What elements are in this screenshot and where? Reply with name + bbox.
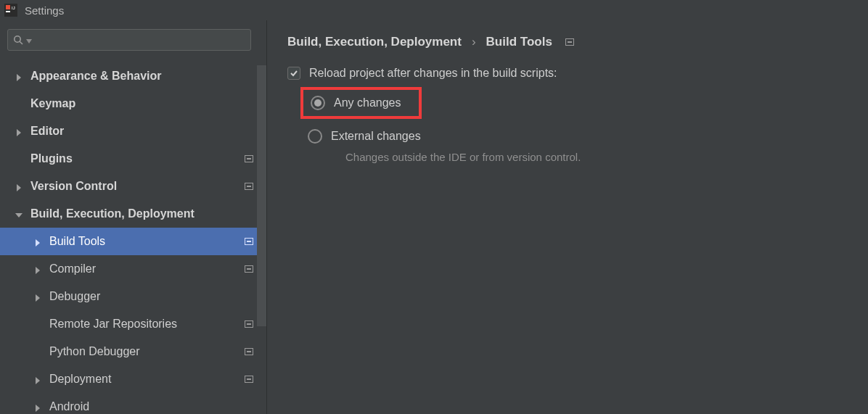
sidebar-item-debugger[interactable]: Debugger (0, 283, 266, 310)
chevron-right-icon (15, 182, 23, 191)
breadcrumb-part: Build, Execution, Deployment (287, 35, 462, 49)
sidebar-item-label: Compiler (49, 262, 245, 276)
title-bar: IJ Settings (0, 0, 868, 20)
radio-external-changes[interactable] (308, 129, 322, 144)
svg-marker-7 (17, 74, 21, 81)
sidebar-item-compiler[interactable]: Compiler (0, 255, 266, 283)
sidebar-item-version-control[interactable]: Version Control (0, 173, 266, 200)
sidebar-item-remote-jar-repositories[interactable]: Remote Jar Repositories (0, 310, 266, 338)
sidebar-item-android[interactable]: Android (0, 393, 266, 414)
sidebar-item-keymap[interactable]: Keymap (0, 90, 266, 117)
svg-marker-11 (36, 239, 40, 247)
sidebar-item-label: Android (49, 400, 253, 413)
chevron-right-icon (33, 237, 42, 246)
project-scope-icon (245, 348, 253, 355)
chevron-right-icon: › (472, 35, 476, 49)
chevron-right-icon (33, 265, 42, 273)
svg-text:IJ: IJ (12, 6, 15, 10)
chevron-down-icon (15, 210, 23, 218)
sidebar-item-label: Build Tools (49, 235, 245, 248)
svg-marker-9 (17, 184, 21, 191)
project-scope-icon (565, 38, 574, 46)
project-scope-icon (245, 265, 253, 273)
scrollbar[interactable] (257, 65, 266, 326)
reload-label: Reload project after changes in the buil… (309, 67, 557, 80)
sidebar: Appearance & Behavior Keymap Editor Plug… (0, 20, 266, 414)
sidebar-item-label: Remote Jar Repositories (49, 318, 245, 331)
project-scope-icon (245, 376, 253, 383)
sidebar-item-editor[interactable]: Editor (0, 117, 266, 145)
breadcrumb: Build, Execution, Deployment › Build Too… (287, 35, 848, 49)
chevron-right-icon (33, 292, 42, 301)
sidebar-item-label: Python Debugger (49, 345, 245, 358)
radio-any-changes-label: Any changes (334, 96, 401, 109)
breadcrumb-part: Build Tools (486, 35, 552, 49)
project-scope-icon (245, 183, 253, 190)
sidebar-item-label: Editor (30, 125, 253, 138)
sidebar-item-plugins[interactable]: Plugins (0, 145, 266, 173)
sidebar-item-appearance-behavior[interactable]: Appearance & Behavior (0, 62, 266, 90)
svg-marker-13 (36, 294, 40, 302)
project-scope-icon (245, 155, 253, 162)
sidebar-item-label: Appearance & Behavior (30, 70, 253, 83)
svg-marker-8 (17, 129, 21, 136)
sidebar-item-label: Version Control (30, 180, 245, 193)
chevron-right-icon (33, 402, 42, 411)
sidebar-item-deployment[interactable]: Deployment (0, 365, 266, 393)
highlight-any-changes: Any changes (300, 87, 422, 119)
search-input[interactable] (7, 29, 251, 51)
external-changes-description: Changes outside the IDE or from version … (345, 151, 848, 163)
sidebar-item-label: Deployment (49, 373, 245, 386)
svg-marker-12 (36, 267, 40, 274)
radio-any-changes[interactable] (311, 96, 325, 110)
svg-rect-2 (6, 11, 10, 12)
project-scope-icon (245, 320, 253, 328)
svg-rect-1 (6, 5, 10, 9)
chevron-right-icon (15, 127, 23, 136)
project-scope-icon (245, 238, 253, 245)
sidebar-item-label: Debugger (49, 290, 253, 303)
radio-external-changes-label: External changes (331, 130, 421, 143)
main-panel: Build, Execution, Deployment › Build Too… (266, 20, 868, 414)
sidebar-item-build-execution-deployment[interactable]: Build, Execution, Deployment (0, 200, 266, 228)
app-icon: IJ (4, 4, 17, 17)
chevron-right-icon (33, 375, 42, 384)
sidebar-item-label: Plugins (30, 152, 245, 165)
sidebar-item-label: Keymap (30, 97, 253, 110)
settings-tree: Appearance & Behavior Keymap Editor Plug… (0, 58, 266, 414)
svg-marker-14 (36, 377, 40, 384)
svg-marker-15 (36, 405, 40, 412)
check-icon (290, 69, 298, 78)
window-title: Settings (25, 4, 64, 17)
sidebar-item-label: Build, Execution, Deployment (30, 207, 253, 220)
chevron-right-icon (15, 72, 23, 80)
svg-marker-10 (15, 213, 22, 218)
sidebar-item-python-debugger[interactable]: Python Debugger (0, 338, 266, 365)
reload-checkbox[interactable] (287, 67, 300, 80)
sidebar-item-build-tools[interactable]: Build Tools (0, 228, 266, 255)
